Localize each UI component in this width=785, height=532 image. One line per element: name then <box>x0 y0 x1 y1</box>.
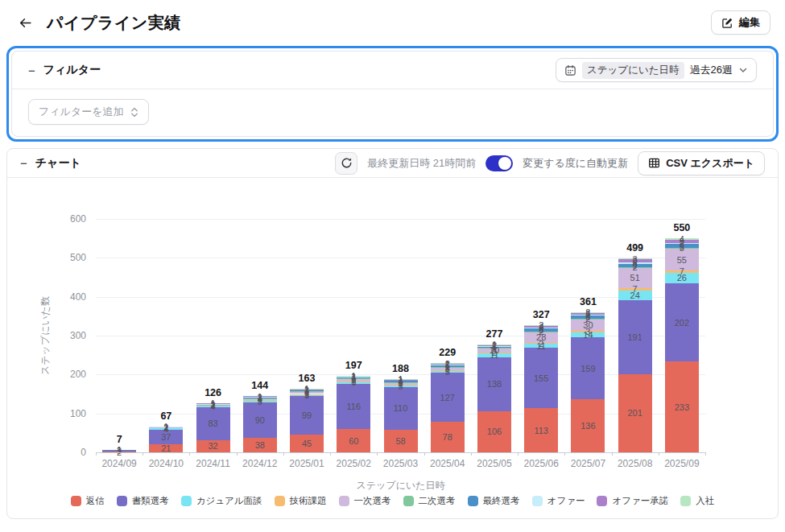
legend-item: 返信 <box>71 495 105 507</box>
segment-value-label: 2 <box>563 307 613 318</box>
legend-label: 入社 <box>696 495 714 507</box>
x-axis-tick-mark <box>518 452 519 456</box>
legend-item: カジュアル面談 <box>181 495 262 507</box>
legend-label: 最終選考 <box>483 495 520 507</box>
x-axis-tick-mark <box>659 452 659 456</box>
segment-value-label: 78 <box>423 431 473 443</box>
segment-value-label: 202 <box>657 317 707 328</box>
selector-updown-icon <box>130 107 138 118</box>
date-filter-field-label: ステップにいた日時 <box>582 62 684 79</box>
bar-total-label: 144 <box>236 380 284 391</box>
legend-label: オファー承諾 <box>612 495 668 507</box>
segment-value-label: 106 <box>469 426 519 437</box>
segment-value-label: 1 <box>469 339 519 350</box>
segment-value-label: 90 <box>235 414 285 426</box>
bar-total-label: 327 <box>517 309 565 320</box>
y-tick-label: 600 <box>7 213 86 225</box>
segment-value-label: 159 <box>563 363 613 374</box>
x-tick-label: 2024/10 <box>143 458 189 469</box>
segment-value-label: 1 <box>94 444 144 456</box>
pencil-icon <box>721 17 733 29</box>
bar-total-label: 550 <box>658 222 706 233</box>
x-axis-tick-mark <box>143 452 143 456</box>
bar-total-label: 7 <box>95 434 143 445</box>
segment-value-label: 191 <box>610 332 660 343</box>
y-tick-label: 500 <box>7 252 86 263</box>
segment-value-label: 38 <box>235 439 285 451</box>
bar-total-label: 499 <box>611 242 659 254</box>
legend-item: 一次選考 <box>339 495 391 507</box>
legend-swatch <box>468 496 478 506</box>
date-filter-button[interactable]: ステップにいた日時 過去26週 <box>556 58 757 82</box>
x-tick-label: 2025/02 <box>330 458 377 469</box>
x-tick-label: 2025/05 <box>471 458 518 469</box>
x-axis-title: ステップにいた日時 <box>96 479 705 493</box>
legend-item: オファー <box>532 495 585 507</box>
legend-swatch <box>403 496 414 506</box>
legend-swatch <box>339 496 349 506</box>
segment-value-label: 233 <box>657 402 707 413</box>
page-title: パイプライン実績 <box>47 12 181 34</box>
bar-total-label: 277 <box>470 328 519 340</box>
refresh-button[interactable] <box>335 152 357 175</box>
bar-total-label: 197 <box>329 360 378 371</box>
legend-item: 入社 <box>680 495 714 507</box>
segment-value-label: 45 <box>282 438 332 449</box>
x-tick-label: 2025/09 <box>659 458 705 469</box>
legend-swatch <box>117 496 127 506</box>
table-icon <box>648 157 660 169</box>
segment-value-label: 201 <box>610 407 660 419</box>
edit-button[interactable]: 編集 <box>711 10 771 35</box>
legend-item: 技術課題 <box>275 495 327 507</box>
legend-label: 一次選考 <box>354 495 391 507</box>
legend-item: 二次選考 <box>403 495 456 507</box>
filter-panel-header: − フィルター ステップにいた日時 過去26週 <box>12 52 773 89</box>
segment-value-label: 1 <box>141 421 191 432</box>
calendar-icon <box>564 64 576 76</box>
y-axis-title: ステップにいた数 <box>39 296 52 375</box>
date-filter-value: 過去26週 <box>690 63 733 77</box>
segment-value-label: 113 <box>516 425 566 436</box>
chart-collapse-button[interactable]: − <box>20 157 27 169</box>
segment-value-label: 116 <box>328 401 378 412</box>
segment-value-label: 1 <box>328 370 378 381</box>
auto-update-toggle[interactable] <box>485 155 513 171</box>
segment-value-label: 1 <box>423 358 473 369</box>
x-tick-label: 2024/12 <box>237 458 283 469</box>
y-tick-label: 100 <box>7 408 86 419</box>
bar-total-label: 188 <box>377 363 425 374</box>
segment-value-label: 83 <box>188 418 238 429</box>
legend-label: カジュアル面談 <box>196 495 262 507</box>
x-axis-tick-mark <box>705 452 706 456</box>
segment-value-label: 7 <box>610 283 660 295</box>
x-tick-label: 2024/09 <box>96 458 143 469</box>
segment-value-label: 138 <box>469 378 519 390</box>
segment-value-label: 1 <box>282 383 332 394</box>
legend-label: オファー <box>547 495 585 507</box>
segment-value-label: 4 <box>657 233 707 245</box>
add-filter-button-label: フィルターを追加 <box>39 105 124 119</box>
bar-total-label: 126 <box>189 387 238 398</box>
x-axis-tick-mark <box>96 452 97 456</box>
filter-panel: − フィルター ステップにいた日時 過去26週 フィルターを追加 <box>11 51 774 137</box>
x-axis-tick-mark <box>189 452 190 456</box>
last-updated-label: 最終更新日時 21時間前 <box>367 156 476 171</box>
segment-value-label: 60 <box>328 435 378 447</box>
x-axis-tick-mark <box>377 452 378 456</box>
segment-value-label: 32 <box>188 440 238 452</box>
back-button[interactable] <box>14 12 35 33</box>
legend-swatch <box>532 496 543 506</box>
segment-value-label: 2 <box>516 320 566 331</box>
bar-total-label: 229 <box>423 347 472 358</box>
filter-collapse-button[interactable]: − <box>28 64 35 76</box>
legend-label: 技術課題 <box>290 495 327 507</box>
x-axis-tick-mark <box>237 452 238 456</box>
add-filter-button[interactable]: フィルターを追加 <box>28 99 149 125</box>
legend-label: 書類選考 <box>132 495 169 507</box>
chart-controls: 最終更新日時 21時間前 変更する度に自動更新 CSV エクスポート <box>335 151 765 175</box>
x-axis-tick-mark <box>564 452 565 456</box>
csv-export-button[interactable]: CSV エクスポート <box>638 151 765 175</box>
chart-title-label: チャート <box>35 156 81 171</box>
filter-title-label: フィルター <box>43 63 101 77</box>
csv-export-label: CSV エクスポート <box>666 156 754 171</box>
